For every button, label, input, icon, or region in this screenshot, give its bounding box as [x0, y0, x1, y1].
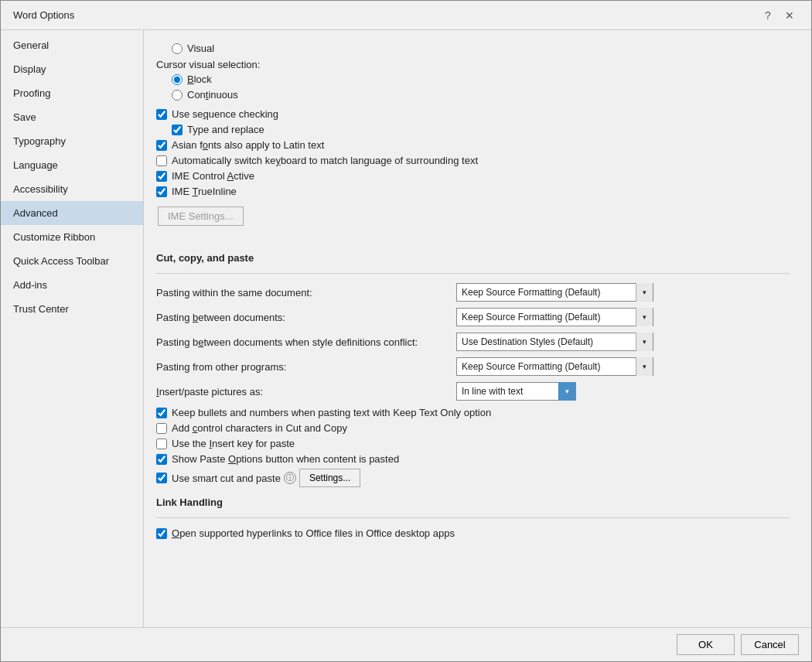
- paste-between-docs-label: Pasting between documents:: [156, 312, 450, 323]
- word-options-dialog: Word Options ? ✕ General Display Proofin…: [0, 0, 812, 662]
- paste-between-docs-row: Pasting between documents: Keep Source F…: [156, 308, 790, 326]
- cut-copy-paste-section: Cut, copy, and paste Pasting within the …: [156, 252, 790, 487]
- ime-control-active-checkbox[interactable]: [156, 171, 167, 182]
- show-paste-options-label[interactable]: Show Paste Options button when content i…: [156, 453, 790, 465]
- ime-control-active-label[interactable]: IME Control Active: [156, 170, 790, 182]
- type-and-replace-label[interactable]: Type and replace: [172, 124, 790, 135]
- cursor-selection-label: Cursor visual selection:: [156, 59, 260, 70]
- open-hyperlinks-text: Open supported hyperlinks to Office file…: [172, 527, 455, 539]
- auto-switch-keyboard-label[interactable]: Automatically switch keyboard to match l…: [156, 155, 790, 166]
- add-control-chars-checkbox[interactable]: [156, 423, 167, 434]
- paste-between-docs-value: Keep Source Formatting (Default): [457, 312, 636, 322]
- use-smart-cut-label[interactable]: Use smart cut and paste: [156, 473, 281, 484]
- sidebar-item-general[interactable]: General: [1, 33, 143, 57]
- show-paste-options-text: Show Paste Options button when content i…: [172, 453, 399, 465]
- ime-control-active-text: IME Control Active: [172, 170, 254, 182]
- sidebar-item-quick-access-toolbar[interactable]: Quick Access Toolbar: [1, 249, 143, 273]
- keep-bullets-text: Keep bullets and numbers when pasting te…: [172, 407, 491, 418]
- add-control-chars-label[interactable]: Add control characters in Cut and Copy: [156, 422, 790, 434]
- sidebar-item-language[interactable]: Language: [1, 153, 143, 177]
- sidebar-item-trust-center[interactable]: Trust Center: [1, 297, 143, 321]
- insert-paste-pictures-value: In line with text: [457, 386, 558, 397]
- cancel-button[interactable]: Cancel: [741, 634, 799, 655]
- paste-style-conflict-label: Pasting between documents when style def…: [156, 336, 450, 348]
- sidebar-item-save[interactable]: Save: [1, 105, 143, 129]
- show-paste-options-checkbox[interactable]: [156, 454, 167, 465]
- auto-switch-keyboard-checkbox[interactable]: [156, 155, 167, 166]
- smart-cut-info-icon: ⓘ: [284, 472, 296, 484]
- keep-bullets-checkbox[interactable]: [156, 408, 167, 418]
- visual-radio-text: Visual: [187, 43, 214, 54]
- block-radio-text: Block: [187, 73, 212, 85]
- dialog-footer: OK Cancel: [1, 627, 811, 661]
- sidebar-item-typography[interactable]: Typography: [1, 129, 143, 153]
- ok-button[interactable]: OK: [677, 634, 735, 655]
- asian-fonts-label[interactable]: Asian fonts also apply to Latin text: [156, 139, 790, 151]
- continuous-radio-text: Continuous: [187, 89, 238, 101]
- use-sequence-checking-checkbox[interactable]: [156, 109, 167, 120]
- sidebar-item-proofing[interactable]: Proofing: [1, 81, 143, 105]
- continuous-radio-label[interactable]: Continuous: [172, 89, 790, 101]
- use-smart-cut-checkbox[interactable]: [156, 473, 167, 483]
- type-and-replace-checkbox[interactable]: [172, 125, 183, 135]
- sidebar-item-advanced[interactable]: Advanced: [1, 201, 143, 225]
- sidebar-item-add-ins[interactable]: Add-ins: [1, 273, 143, 297]
- content-scroll[interactable]: Visual Cursor visual selection: Block: [144, 30, 811, 627]
- title-bar: Word Options ? ✕: [1, 1, 811, 30]
- paste-other-programs-arrow[interactable]: ▾: [636, 357, 653, 376]
- paste-other-programs-label: Pasting from other programs:: [156, 361, 450, 373]
- close-button[interactable]: ✕: [780, 6, 799, 25]
- cut-copy-paste-header: Cut, copy, and paste: [156, 252, 790, 264]
- paste-between-docs-arrow[interactable]: ▾: [636, 308, 653, 326]
- paste-style-conflict-row: Pasting between documents when style def…: [156, 333, 790, 351]
- ime-settings-button[interactable]: IME Settings...: [158, 206, 244, 226]
- paste-other-programs-row: Pasting from other programs: Keep Source…: [156, 357, 790, 376]
- sidebar-item-customize-ribbon[interactable]: Customize Ribbon: [1, 225, 143, 249]
- paste-style-conflict-dropdown[interactable]: Use Destination Styles (Default) ▾: [456, 333, 653, 351]
- ime-trueinline-checkbox[interactable]: [156, 186, 167, 197]
- paste-same-doc-value: Keep Source Formatting (Default): [457, 287, 636, 298]
- paste-same-doc-row: Pasting within the same document: Keep S…: [156, 283, 790, 302]
- link-handling-header: Link Handling: [156, 496, 790, 508]
- content-area: Visual Cursor visual selection: Block: [144, 30, 811, 627]
- paste-style-conflict-arrow[interactable]: ▾: [636, 333, 653, 351]
- help-button[interactable]: ?: [759, 6, 777, 25]
- paste-same-doc-arrow[interactable]: ▾: [636, 283, 653, 302]
- asian-fonts-checkbox[interactable]: [156, 140, 167, 151]
- block-radio-label[interactable]: Block: [172, 73, 790, 85]
- ime-trueinline-label[interactable]: IME TrueInline: [156, 186, 790, 197]
- insert-paste-pictures-dropdown[interactable]: In line with text ▾: [456, 382, 576, 401]
- sidebar-item-accessibility[interactable]: Accessibility: [1, 177, 143, 201]
- sidebar: General Display Proofing Save Typography…: [1, 30, 144, 627]
- section-divider-2: [156, 517, 790, 518]
- paste-other-programs-value: Keep Source Formatting (Default): [457, 361, 636, 372]
- type-and-replace-text: Type and replace: [187, 124, 264, 135]
- visual-radio[interactable]: [172, 43, 183, 54]
- settings-button[interactable]: Settings...: [299, 469, 360, 487]
- block-radio[interactable]: [172, 74, 183, 85]
- paste-other-programs-dropdown[interactable]: Keep Source Formatting (Default) ▾: [456, 357, 653, 376]
- sidebar-item-display[interactable]: Display: [1, 57, 143, 81]
- dialog-title: Word Options: [13, 9, 74, 21]
- open-hyperlinks-label[interactable]: Open supported hyperlinks to Office file…: [156, 527, 790, 539]
- paste-same-doc-dropdown[interactable]: Keep Source Formatting (Default) ▾: [456, 283, 653, 302]
- open-hyperlinks-checkbox[interactable]: [156, 528, 167, 539]
- ime-trueinline-text: IME TrueInline: [172, 186, 237, 197]
- use-sequence-checking-label[interactable]: Use sequence checking: [156, 108, 790, 120]
- section-divider-1: [156, 273, 790, 274]
- use-insert-key-text: Use the Insert key for paste: [172, 438, 295, 449]
- add-control-chars-text: Add control characters in Cut and Copy: [172, 422, 347, 434]
- paste-between-docs-dropdown[interactable]: Keep Source Formatting (Default) ▾: [456, 308, 653, 326]
- keep-bullets-label[interactable]: Keep bullets and numbers when pasting te…: [156, 407, 790, 418]
- insert-paste-pictures-arrow[interactable]: ▾: [558, 382, 575, 401]
- link-handling-section: Link Handling Open supported hyperlinks …: [156, 496, 790, 539]
- use-insert-key-checkbox[interactable]: [156, 438, 167, 449]
- insert-paste-pictures-label: Insert/paste pictures as:: [156, 386, 450, 398]
- use-insert-key-label[interactable]: Use the Insert key for paste: [156, 438, 790, 449]
- asian-fonts-text: Asian fonts also apply to Latin text: [172, 139, 324, 151]
- continuous-radio[interactable]: [172, 90, 183, 101]
- insert-paste-pictures-row: Insert/paste pictures as: In line with t…: [156, 382, 790, 401]
- visual-radio-label[interactable]: Visual: [172, 43, 790, 54]
- use-sequence-checking-text: Use sequence checking: [172, 108, 278, 120]
- dialog-body: General Display Proofing Save Typography…: [1, 30, 811, 627]
